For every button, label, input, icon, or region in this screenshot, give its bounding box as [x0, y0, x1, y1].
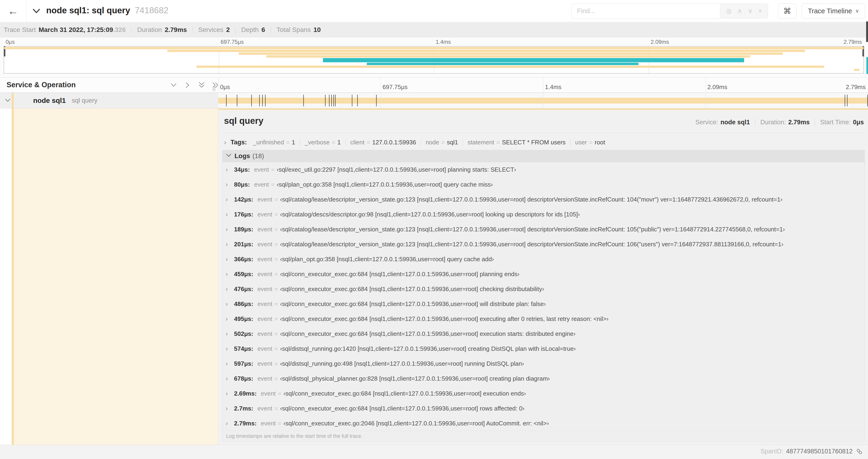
log-timestamp: 495μs:	[234, 315, 253, 323]
log-row[interactable]: ›189μs:event=‹sql/catalog/lease/descript…	[222, 222, 865, 237]
log-timestamp: 597μs:	[234, 360, 253, 367]
log-field-key: event	[254, 166, 269, 173]
log-row[interactable]: ›176μs:event=‹sql/catalog/descs/descript…	[222, 207, 865, 222]
collapse-one-icon[interactable]	[169, 81, 178, 89]
timeline-axis-label: 2.79ms	[846, 84, 866, 91]
tag-item: user=root	[570, 139, 605, 146]
equals-sign: =	[589, 139, 592, 146]
log-event-tick	[376, 95, 377, 106]
log-row[interactable]: ›2.79ms:event=‹sql/conn_executor_exec.go…	[222, 416, 865, 431]
find-input[interactable]	[571, 4, 720, 18]
log-row[interactable]: ›678μs:event=‹sql/distsql_physical_plann…	[222, 371, 865, 386]
expand-one-icon[interactable]	[183, 81, 192, 89]
minimap-span-bar	[854, 69, 859, 71]
back-button[interactable]: ←	[0, 0, 26, 22]
log-event-tick	[325, 95, 326, 106]
log-row[interactable]: ›2.7ms:event=‹sql/conn_executor_exec.go:…	[222, 401, 865, 416]
summary-label: Trace Start	[4, 26, 36, 34]
expand-chevron-icon: ›	[226, 390, 234, 397]
log-row[interactable]: ›486μs:event=‹sql/conn_executor_exec.go:…	[222, 296, 865, 312]
log-timestamp: 189μs:	[234, 226, 253, 233]
chevron-up-icon[interactable]: ∧	[738, 7, 742, 15]
locate-icon[interactable]: ◎	[726, 7, 732, 15]
equals-sign: =	[274, 196, 278, 203]
log-row[interactable]: ›502μs:event=‹sql/conn_executor_exec.go:…	[222, 326, 865, 341]
equals-sign: =	[274, 315, 278, 323]
view-selector-button[interactable]: Trace Timeline ∨	[802, 3, 865, 19]
summary-value: 10	[313, 26, 320, 34]
log-event-tick	[329, 95, 330, 106]
log-event-tick	[303, 95, 304, 106]
trace-collapse-chevron-icon[interactable]	[32, 8, 40, 15]
chevron-down-icon[interactable]: ∨	[748, 7, 752, 15]
deep-link-icon[interactable]	[856, 448, 863, 455]
logs-accordion-header[interactable]: Logs (18)	[222, 150, 865, 162]
equals-sign: =	[274, 286, 278, 293]
span-row[interactable]: node sql1 sql query	[0, 93, 868, 108]
timeline-gridline	[380, 93, 381, 108]
equals-sign: =	[367, 139, 370, 146]
timeline-gridline	[380, 78, 381, 93]
log-timestamp: 459μs:	[234, 270, 253, 278]
logs-section: Logs (18) ›34μs:event=‹sql/exec_util.go:…	[222, 150, 865, 441]
log-row[interactable]: ›476μs:event=‹sql/conn_executor_exec.go:…	[222, 282, 865, 296]
log-row[interactable]: ›201μs:event=‹sql/catalog/lease/descript…	[222, 237, 865, 252]
minimap-canvas[interactable]	[4, 46, 864, 73]
log-row[interactable]: ›495μs:event=‹sql/conn_executor_exec.go:…	[222, 312, 865, 326]
log-field-value: ‹sql/distsql_running.go:1420 [nsql1,clie…	[280, 345, 576, 352]
page-title[interactable]: node sql1: sql query7418682	[46, 6, 168, 15]
log-field-value: ‹sql/plan_opt.go:358 [nsql1,client=127.0…	[277, 181, 493, 188]
span-color-stripe	[12, 108, 14, 445]
logs-count: (18)	[252, 152, 264, 160]
find-bar: ◎ ∧ ∨ ×	[571, 3, 768, 19]
log-row[interactable]: ›459μs:event=‹sql/conn_executor_exec.go:…	[222, 267, 865, 282]
log-timestamp: 142μs:	[234, 196, 253, 203]
meta-label: Start Time:	[820, 119, 851, 126]
log-field-key: event	[261, 420, 276, 427]
span-collapse-chevron-icon[interactable]	[5, 98, 11, 103]
collapse-all-icon[interactable]	[197, 81, 206, 89]
summary-value: 2	[226, 26, 230, 34]
tag-value: SELECT * FROM users	[502, 139, 566, 146]
log-timestamp: 201μs:	[234, 241, 253, 248]
minimap-edge-fragment	[866, 57, 868, 74]
log-field-value: ‹sql/catalog/lease/descriptor_version_st…	[280, 226, 785, 233]
keyboard-shortcuts-button[interactable]: ⌘	[778, 3, 797, 19]
log-row[interactable]: ›2.69ms:event=‹sql/conn_executor_exec.go…	[222, 386, 865, 401]
expand-chevron-icon: ›	[226, 210, 234, 218]
trace-summary-bar: Trace StartMarch 31 2022, 17:25:09.326Du…	[0, 22, 868, 37]
span-color-tint-area	[14, 108, 218, 445]
span-row-timeline-cell[interactable]	[218, 93, 868, 108]
expand-chevron-icon: ›	[226, 196, 234, 203]
log-row[interactable]: ›142μs:event=‹sql/catalog/lease/descript…	[222, 192, 865, 207]
log-row[interactable]: ›574μs:event=‹sql/distsql_running.go:142…	[222, 341, 865, 356]
log-field-value: ‹sql/conn_executor_exec.go:684 [nsql1,cl…	[280, 286, 544, 293]
log-field-key: event	[257, 315, 272, 323]
log-row[interactable]: ›80μs:event=‹sql/plan_opt.go:358 [nsql1,…	[222, 177, 865, 192]
log-event-tick	[226, 95, 226, 106]
equals-sign: =	[286, 139, 289, 146]
tag-value: sql1	[447, 139, 458, 146]
log-row[interactable]: ›597μs:event=‹sql/distsql_running.go:498…	[222, 356, 865, 371]
equals-sign: =	[278, 420, 281, 427]
minimap-axis-label: 0μs	[6, 39, 15, 45]
scrollbar-thumb[interactable]	[866, 22, 868, 42]
log-field-value: ‹sql/catalog/lease/descriptor_version_st…	[280, 241, 783, 248]
minimap-axis-label: 1.4ms	[436, 39, 451, 45]
span-row-name-cell[interactable]: node sql1 sql query	[0, 93, 218, 108]
expand-chevron-icon: ›	[226, 300, 234, 308]
meta-start-time: Start Time:0μs	[815, 119, 864, 126]
tag-item: client=127.0.0.1:59936	[345, 139, 416, 146]
equals-sign: =	[274, 345, 278, 352]
log-row[interactable]: ›366μs:event=‹sql/plan_opt.go:358 [nsql1…	[222, 252, 865, 267]
tags-accordion[interactable]: › Tags: _unfinished=1_verbose=1client=12…	[224, 137, 864, 147]
tag-value: 1	[337, 139, 341, 146]
expand-chevron-icon: ›	[224, 138, 226, 146]
logs-label: Logs	[235, 152, 250, 160]
close-icon[interactable]: ×	[758, 7, 762, 15]
view-selector-label: Trace Timeline	[808, 7, 852, 15]
tag-key: statement	[468, 139, 494, 146]
expand-chevron-icon: ›	[226, 330, 234, 337]
column-resizer-handle[interactable]	[213, 86, 215, 91]
log-row[interactable]: ›34μs:event=‹sql/exec_util.go:2297 [nsql…	[222, 162, 865, 177]
